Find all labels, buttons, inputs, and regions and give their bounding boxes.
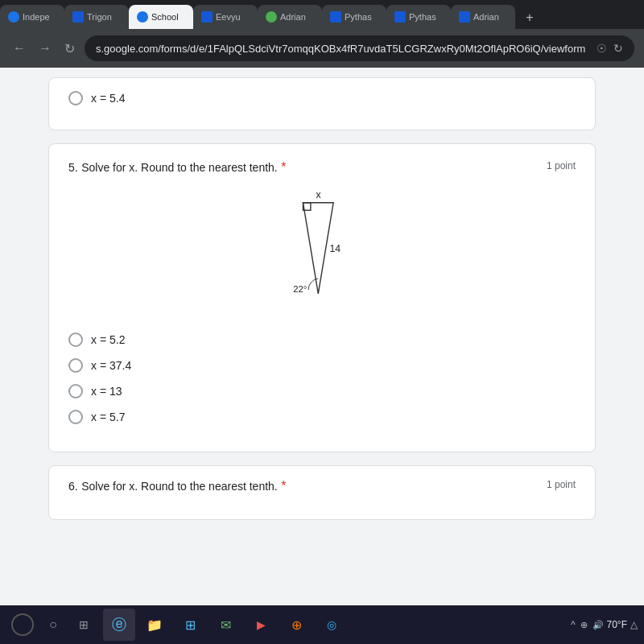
tab-icon-adrian2: [459, 11, 470, 23]
triangle-diagram: x 14 22°: [258, 188, 386, 316]
mail-icon: ✉: [221, 617, 231, 633]
question5-text: Solve for x. Round to the nearest tenth.: [81, 161, 278, 174]
option-13[interactable]: x = 13: [68, 384, 576, 398]
tab-pythas[interactable]: Pythas: [322, 5, 386, 29]
taskbar-media[interactable]: ▶: [245, 609, 277, 641]
tab-label-school: School: [151, 12, 179, 22]
taskbar-right: ^ ⊕ 🔊 70°F △: [571, 619, 638, 630]
windows-icon: ⊞: [185, 617, 196, 633]
tab-icon-indep: [8, 11, 19, 23]
option-label-5-2: x = 5.2: [91, 333, 125, 346]
new-tab-button[interactable]: +: [518, 6, 541, 29]
tab-icon-trigon: [72, 11, 84, 23]
tab-label-trigon: Trigon: [87, 12, 112, 22]
angle22-label: 22°: [293, 284, 307, 294]
radio-circle-37-4[interactable]: [68, 358, 83, 373]
radio-circle-13[interactable]: [68, 384, 83, 398]
option-label-13: x = 13: [91, 385, 122, 398]
media-icon: ▶: [257, 618, 266, 631]
tab-label-adrian2: Adrian: [473, 12, 499, 22]
prev-answer-option: x = 5.4: [68, 91, 576, 105]
tab-indep[interactable]: Indepe: [0, 5, 64, 29]
taskbar-search-area[interactable]: [6, 609, 39, 641]
search-icon[interactable]: ○: [49, 617, 57, 632]
tab-icon-school: [137, 11, 148, 23]
question6-points: 1 point: [547, 479, 576, 490]
prev-answer-card: x = 5.4: [48, 77, 596, 130]
option-37-4[interactable]: x = 37.4: [68, 358, 576, 373]
taskbar-edge[interactable]: ⓔ: [103, 609, 135, 641]
volume-icon[interactable]: 🔊: [592, 620, 604, 630]
tab-school[interactable]: School: [129, 5, 193, 29]
tab-icon-adrian: [266, 11, 277, 23]
taskbar-explorer[interactable]: 📁: [138, 609, 171, 641]
tab-pythas2[interactable]: Pythas: [386, 5, 451, 29]
taskbar-office[interactable]: ⊕: [280, 609, 312, 641]
tab-icon-pythas: [330, 11, 341, 23]
question6-text-container: 6. Solve for x. Round to the nearest ten…: [68, 479, 286, 493]
tab-eevyu[interactable]: Eevyu: [193, 5, 258, 29]
question5-card: 5. Solve for x. Round to the nearest ten…: [48, 143, 596, 452]
question5-points: 1 point: [547, 160, 576, 171]
radio-circle-5-2[interactable]: [68, 332, 83, 347]
explorer-icon: 📁: [147, 617, 163, 633]
triangle-diagram-container: x 14 22°: [68, 188, 576, 316]
url-text: s.google.com/forms/d/e/1FAlpQLSdciVtr7om…: [96, 43, 590, 55]
url-icons: ☉ ↻: [597, 42, 623, 55]
notification-icon[interactable]: △: [630, 619, 638, 630]
question6-required: *: [281, 479, 286, 493]
option-label-5-7: x = 5.7: [91, 411, 125, 423]
tab-label-indep: Indepe: [23, 12, 50, 22]
prev-answer-label: x = 5.4: [91, 92, 125, 105]
question5-number: 5.: [68, 161, 78, 174]
question6-card: 6. Solve for x. Round to the nearest ten…: [48, 465, 596, 520]
start-circle[interactable]: [11, 613, 34, 636]
tab-icon-pythas2: [394, 11, 406, 23]
tab-trigon[interactable]: Trigon: [64, 5, 129, 29]
back-button[interactable]: ←: [10, 38, 29, 59]
taskbar-windows[interactable]: ⊞: [174, 609, 206, 641]
taskbar-mail[interactable]: ✉: [209, 609, 242, 641]
office-icon: ⊕: [291, 617, 302, 633]
option-5-7[interactable]: x = 5.7: [68, 410, 576, 424]
address-bar: ← → ↻ s.google.com/forms/d/e/1FAlpQLSdci…: [0, 29, 644, 68]
refresh-button[interactable]: ↻: [61, 38, 78, 60]
forward-button[interactable]: →: [35, 38, 55, 59]
question6-text: Solve for x. Round to the nearest tenth.: [81, 480, 278, 493]
svg-marker-0: [303, 203, 333, 294]
taskbar: ○ ⊞ ⓔ 📁 ⊞ ✉ ▶ ⊕ ◎ ^ ⊕ 🔊 70°F △: [0, 605, 644, 644]
question5-required: *: [281, 160, 286, 174]
chevron-up-icon[interactable]: ^: [571, 619, 576, 630]
question6-header: 6. Solve for x. Round to the nearest ten…: [68, 479, 576, 493]
tab-adrian[interactable]: Adrian: [258, 5, 322, 29]
temperature: 70°F: [607, 619, 627, 630]
side14-label: 14: [329, 243, 341, 254]
tab-icon-eevyu: [201, 11, 213, 23]
taskbar-search[interactable]: ○: [42, 609, 64, 641]
tab-bar: Indepe Trigon School Eevyu Adrian Pythas…: [0, 0, 644, 29]
refresh-icon[interactable]: ↻: [613, 42, 623, 55]
question6-number: 6.: [68, 480, 78, 493]
tab-label-pythas: Pythas: [345, 12, 372, 22]
option-5-2[interactable]: x = 5.2: [68, 332, 576, 347]
star-icon[interactable]: ☉: [597, 42, 607, 55]
tab-label-adrian: Adrian: [280, 12, 306, 22]
tab-label-pythas2: Pythas: [409, 12, 436, 22]
option-label-37-4: x = 37.4: [91, 359, 131, 372]
radio-circle-prev[interactable]: [68, 91, 83, 105]
question5-header: 5. Solve for x. Round to the nearest ten…: [68, 160, 576, 175]
radio-circle-5-7[interactable]: [68, 410, 83, 424]
url-bar[interactable]: s.google.com/forms/d/e/1FAlpQLSdciVtr7om…: [85, 35, 634, 61]
network-icon: ⊕: [580, 620, 588, 630]
taskview-icon: ⊞: [79, 618, 89, 631]
taskbar-taskview[interactable]: ⊞: [68, 609, 100, 641]
question5-text-container: 5. Solve for x. Round to the nearest ten…: [68, 160, 286, 175]
edge-icon: ⓔ: [112, 615, 126, 634]
tab-adrian2[interactable]: Adrian: [451, 5, 515, 29]
taskbar-zoom[interactable]: ◎: [316, 609, 348, 641]
system-tray: ^ ⊕ 🔊: [571, 619, 604, 630]
page-content: x = 5.4 5. Solve for x. Round to the nea…: [0, 68, 644, 605]
x-label: x: [316, 189, 320, 200]
browser-chrome: Indepe Trigon School Eevyu Adrian Pythas…: [0, 0, 644, 68]
tab-label-eevyu: Eevyu: [216, 12, 241, 22]
